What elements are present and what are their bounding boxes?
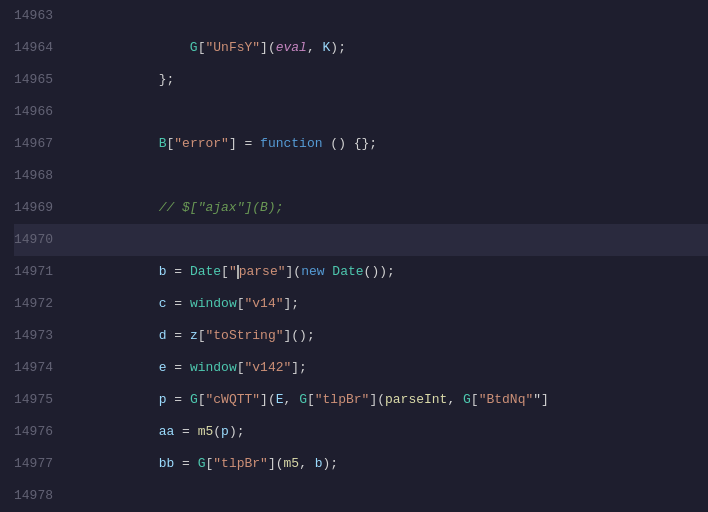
code-editor: 14963 G["UnFsY"](eval, K); 14964 }; 1496… bbox=[0, 0, 708, 512]
code-line[interactable]: aa = m5(p); bbox=[65, 384, 245, 416]
code-line[interactable]: c = window["v14"]; bbox=[65, 256, 299, 288]
line-number: 14975 bbox=[14, 384, 65, 416]
line-number: 14966 bbox=[14, 96, 65, 128]
table-row: 14974 p = G["cWQTT"](E, G["tlpBr"](parse… bbox=[14, 352, 708, 384]
line-number: 14978 bbox=[14, 480, 65, 512]
line-number: 14973 bbox=[14, 320, 65, 352]
code-line[interactable]: e = window["v142"]; bbox=[65, 320, 307, 352]
table-row: 14964 }; bbox=[14, 32, 708, 64]
table-row: 14976 bb = G["tlpBr"](m5, b); bbox=[14, 416, 708, 448]
left-gutter bbox=[0, 0, 14, 512]
table-row: 14973 e = window["v142"]; bbox=[14, 320, 708, 352]
code-line[interactable]: d = z["toString"](); bbox=[65, 288, 315, 320]
table-row: 14972 d = z["toString"](); bbox=[14, 288, 708, 320]
table-row: 14970 b = Date["parse"](new Date()); bbox=[14, 224, 708, 256]
code-line[interactable]: a = Date["parse"](new Date()) * 8; bbox=[65, 192, 424, 224]
code-line[interactable]: G["UnFsY"](eval, K); bbox=[65, 0, 346, 32]
line-number: 14969 bbox=[14, 192, 65, 224]
line-number: 14967 bbox=[14, 128, 65, 160]
line-number: 14976 bbox=[14, 416, 65, 448]
code-line[interactable]: bb = G["tlpBr"](m5, b); bbox=[65, 416, 338, 448]
line-number: 14974 bbox=[14, 352, 65, 384]
line-number: 14965 bbox=[14, 64, 65, 96]
code-line[interactable]: // $["ajax"](B); bbox=[65, 160, 283, 192]
table-row: 14977 bbox=[14, 448, 708, 480]
code-line[interactable]: b = Date["parse"](new Date()); bbox=[65, 224, 395, 256]
table-row: 14967 bbox=[14, 128, 708, 160]
table-row: 14978 (function () : void { bbox=[14, 480, 708, 512]
table-row: 14975 aa = m5(p); bbox=[14, 384, 708, 416]
table-row: 14969 a = Date["parse"](new Date()) * 8; bbox=[14, 192, 708, 224]
code-line[interactable]: (function () : void { bbox=[65, 480, 323, 512]
line-number: 14977 bbox=[14, 448, 65, 480]
code-line[interactable]: p = G["cWQTT"](E, G["tlpBr"](parseInt, G… bbox=[65, 352, 549, 384]
line-number: 14968 bbox=[14, 160, 65, 192]
table-row: 14965 bbox=[14, 64, 708, 96]
code-line[interactable]: B["error"] = function () {}; bbox=[65, 96, 377, 128]
table-row: 14968 // $["ajax"](B); bbox=[14, 160, 708, 192]
line-number: 14970 bbox=[14, 224, 65, 256]
table-row: 14963 G["UnFsY"](eval, K); bbox=[14, 0, 708, 32]
line-number: 14971 bbox=[14, 256, 65, 288]
table-row: 14971 c = window["v14"]; bbox=[14, 256, 708, 288]
line-number: 14963 bbox=[14, 0, 65, 32]
table-row: 14966 B["error"] = function () {}; bbox=[14, 96, 708, 128]
line-number: 14964 bbox=[14, 32, 65, 64]
line-number: 14972 bbox=[14, 288, 65, 320]
code-line[interactable]: }; bbox=[65, 32, 174, 64]
